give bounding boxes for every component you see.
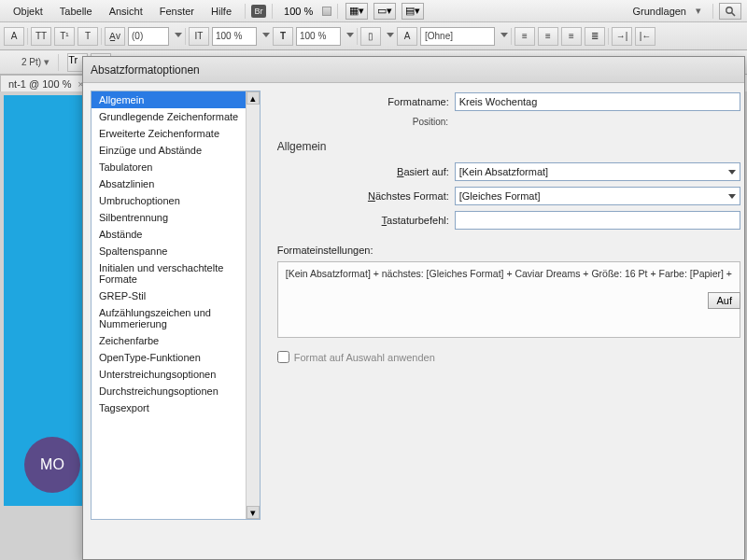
scroll-down-icon[interactable]: ▾ — [247, 506, 260, 519]
dropdown-icon[interactable] — [262, 33, 270, 40]
cat-bullets[interactable]: Aufzählungszeichen und Nummerierung — [92, 304, 260, 332]
view-options-icon[interactable]: ▦▾ — [345, 3, 368, 20]
divider — [608, 28, 609, 45]
category-list[interactable]: Allgemein Grundlegende Zeichenformate Er… — [91, 91, 261, 520]
cat-keep[interactable]: Umbruchoptionen — [92, 192, 260, 209]
cat-tabs[interactable]: Tabulatoren — [92, 159, 260, 175]
menu-objekt[interactable]: Objekt — [6, 3, 50, 20]
divider — [357, 28, 358, 45]
divider — [511, 28, 512, 45]
screen-mode-icon[interactable]: ▭▾ — [374, 3, 396, 20]
divider — [712, 4, 713, 19]
nextformat-label: Nächstes Format: — [277, 190, 455, 202]
underline-button[interactable]: T — [78, 27, 98, 46]
shortcut-label: Tastaturbefehl: — [277, 215, 455, 226]
bridge-icon[interactable]: Br — [251, 5, 266, 18]
basedon-select[interactable]: [Kein Absatzformat] — [455, 162, 740, 181]
cat-rules[interactable]: Absatzlinien — [92, 175, 260, 192]
category-panel: Allgemein Grundlegende Zeichenformate Er… — [83, 83, 268, 559]
chevron-down-icon: ▾ — [696, 5, 701, 17]
cat-justify[interactable]: Abstände — [92, 226, 260, 243]
cat-adv-char[interactable]: Erweiterte Zeichenformate — [92, 125, 260, 142]
vscale-field[interactable]: 100 % — [212, 27, 257, 46]
cat-hyphen[interactable]: Silbentrennung — [92, 209, 260, 226]
cat-indents[interactable]: Einzüge und Abstände — [92, 142, 260, 159]
section-title: Allgemein — [277, 140, 740, 153]
divider — [245, 4, 246, 19]
cat-grep[interactable]: GREP-Stil — [92, 287, 260, 304]
cat-allgemein[interactable]: Allgemein — [92, 91, 260, 108]
apply-to-selection-label: Format auf Auswahl anwenden — [294, 352, 435, 363]
position-label: Position: — [413, 117, 454, 127]
formatname-input[interactable] — [455, 92, 740, 111]
basedon-label: Basiert auf: — [277, 166, 455, 177]
indent-right-icon[interactable]: |← — [635, 27, 655, 46]
document-tab[interactable]: nt-1 @ 100 % × — [0, 75, 92, 92]
dialog-title: Absatzformatoptionen — [91, 63, 200, 77]
list-scrollbar[interactable]: ▴ ▾ — [246, 91, 260, 519]
day-circle: MO — [24, 437, 80, 493]
dropdown-icon[interactable] — [387, 33, 394, 40]
formatname-label: Formatname: — [380, 96, 455, 107]
hscale-icon: T — [273, 27, 293, 46]
char-style-icon: A — [397, 27, 417, 46]
cat-strike[interactable]: Durchstreichungsoptionen — [92, 383, 260, 399]
divider — [27, 28, 28, 45]
cat-span[interactable]: Spaltenspanne — [92, 243, 260, 259]
hscale-field[interactable]: 100 % — [296, 27, 341, 46]
menu-hilfe[interactable]: Hilfe — [204, 3, 239, 20]
svg-line-1 — [732, 12, 736, 16]
indent-left-icon[interactable]: →| — [612, 27, 632, 46]
svg-point-0 — [726, 7, 732, 12]
justify-icon[interactable]: ≣ — [585, 27, 605, 46]
arrange-icon[interactable]: ▤▾ — [402, 3, 424, 20]
divider — [337, 4, 338, 19]
align-right-icon[interactable]: ≡ — [561, 27, 582, 46]
menu-fenster[interactable]: Fenster — [152, 3, 202, 20]
cat-underline[interactable]: Unterstreichungsoptionen — [92, 366, 260, 383]
options-panel: Formatname: Position: Allgemein Basiert … — [268, 83, 744, 559]
divider — [58, 54, 59, 71]
apply-to-selection-checkbox[interactable] — [277, 351, 289, 363]
dialog-titlebar[interactable]: Absatzformatoptionen — [83, 57, 744, 83]
zoom-dropdown-icon[interactable] — [322, 7, 331, 16]
scroll-track[interactable] — [247, 105, 260, 506]
chevron-down-icon — [728, 194, 736, 199]
chevron-down-icon: ▾ — [44, 56, 49, 68]
divider — [101, 28, 102, 45]
search-icon[interactable] — [719, 3, 741, 20]
chevron-down-icon — [728, 170, 736, 175]
cat-tagexport[interactable]: Tagsexport — [92, 399, 260, 416]
scroll-up-icon[interactable]: ▴ — [247, 91, 260, 105]
align-center-icon[interactable]: ≡ — [538, 27, 558, 46]
paragraph-style-options-dialog: Absatzformatoptionen Allgemein Grundlege… — [82, 56, 745, 560]
allcaps-button[interactable]: TT — [31, 27, 51, 46]
divider — [185, 28, 186, 45]
zoom-level[interactable]: 100 % — [278, 6, 318, 17]
dropdown-icon[interactable] — [175, 33, 182, 40]
cat-opentype[interactable]: OpenType-Funktionen — [92, 349, 260, 366]
cat-basic-char[interactable]: Grundlegende Zeichenformate — [92, 108, 260, 125]
align-left-icon[interactable]: ≡ — [514, 27, 535, 46]
cat-dropcaps[interactable]: Initialen und verschachtelte Formate — [92, 259, 260, 287]
menu-tabelle[interactable]: Tabelle — [52, 3, 100, 20]
kerning-field[interactable]: (0) — [128, 27, 169, 46]
superscript-button[interactable]: T¹ — [54, 27, 75, 46]
kerning-icon: A̲v — [105, 27, 125, 46]
nextformat-select[interactable]: [Gleiches Format] — [455, 187, 740, 205]
vscale-icon: IT — [189, 27, 209, 46]
char-panel-icon[interactable]: A — [4, 27, 24, 46]
shortcut-input[interactable] — [455, 211, 740, 230]
dropdown-icon[interactable] — [346, 33, 354, 40]
leading-value: 2 Pt) — [21, 57, 41, 67]
workspace-switcher[interactable]: Grundlagen — [626, 3, 695, 20]
dropdown-icon[interactable] — [500, 33, 508, 40]
divider — [272, 4, 273, 19]
menu-ansicht[interactable]: Ansicht — [102, 3, 150, 20]
cat-charcolor[interactable]: Zeichenfarbe — [92, 332, 260, 349]
fill-swatch[interactable]: ▯ — [360, 27, 381, 46]
settings-label: Formateinstellungen: — [277, 245, 740, 256]
char-style-select[interactable]: [Ohne] — [420, 27, 495, 46]
type-toolbar: A TT T¹ T A̲v (0) IT 100 % T 100 % ▯ A [… — [0, 22, 747, 50]
reset-to-base-button[interactable]: Auf — [708, 292, 740, 309]
